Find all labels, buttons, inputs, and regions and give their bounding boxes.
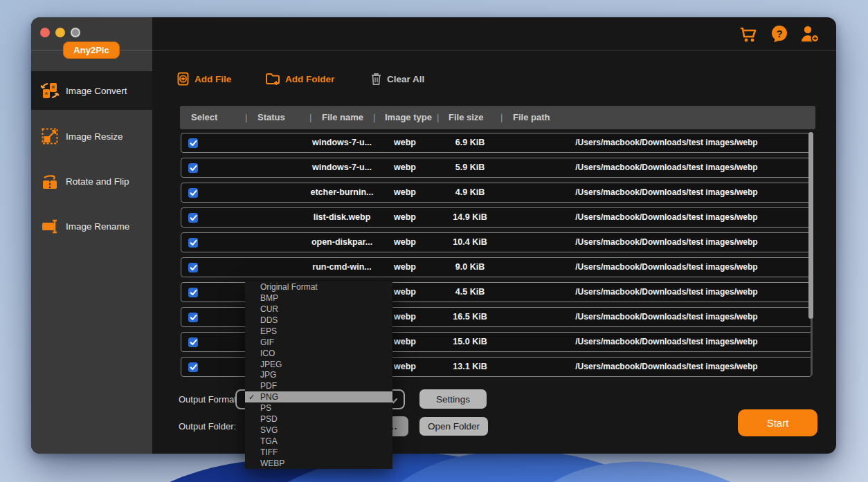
dropdown-item-tiff[interactable]: TIFF (245, 447, 392, 458)
checkbox-check-icon (190, 189, 197, 196)
sidebar-item-label: Image Rename (66, 221, 129, 232)
table-row[interactable]: list-disk.webp webp 14.9 KiB /Users/macb… (181, 207, 812, 228)
row-checkbox[interactable] (188, 313, 198, 322)
dropdown-item-label: ICO (260, 349, 275, 358)
svg-text:A: A (45, 91, 48, 95)
start-button[interactable]: Start (738, 409, 817, 436)
column-separator: | (500, 106, 503, 129)
dropdown-item-original-format[interactable]: Original Format (245, 281, 392, 293)
image-type-cell: webp (381, 133, 429, 152)
file-path-cell: /Users/macbook/Downloads/test images/web… (552, 308, 781, 326)
column-file-name: File name (322, 106, 363, 129)
dropdown-item-cur[interactable]: CUR (245, 304, 392, 315)
clear-all-label: Clear All (387, 74, 424, 84)
dropdown-item-jpeg[interactable]: JPEG (245, 359, 392, 370)
dropdown-item-label: TIFF (260, 447, 278, 457)
file-size-cell: 4.5 KiB (442, 283, 498, 302)
sidebar-item-image-rename[interactable]: Image Rename (31, 207, 152, 245)
image-type-cell: webp (381, 258, 429, 277)
dropdown-item-eps[interactable]: EPS (245, 326, 392, 337)
dropdown-item-label: GIF (260, 337, 274, 347)
file-name-cell: windows-7-u... (290, 158, 394, 177)
table-row[interactable]: windows-7-u... webp 6.9 KiB /Users/macbo… (181, 133, 812, 153)
table-row[interactable]: open-diskpar... webp 10.4 KiB /Users/mac… (181, 232, 812, 252)
row-checkbox[interactable] (188, 213, 198, 223)
desktop: Any2Pic R A Image Convert Image (0, 0, 868, 482)
dropdown-item-label: CUR (260, 304, 278, 314)
row-checkbox[interactable] (188, 263, 198, 272)
dropdown-item-label: DDS (260, 315, 278, 325)
window-controls (40, 28, 80, 37)
dropdown-item-psd[interactable]: PSD (245, 414, 392, 425)
dropdown-item-label: TGA (260, 436, 278, 446)
dropdown-item-gif[interactable]: GIF (245, 337, 392, 348)
app-logo: Any2Pic (63, 41, 120, 59)
dropdown-item-tga[interactable]: TGA (245, 436, 392, 447)
row-checkbox[interactable] (188, 138, 198, 148)
checkbox-check-icon (190, 314, 197, 321)
dropdown-item-jpg[interactable]: JPG (245, 370, 392, 381)
row-checkbox[interactable] (188, 288, 198, 297)
row-checkbox[interactable] (188, 163, 198, 173)
clear-all-button[interactable]: Clear All (370, 71, 424, 86)
dropdown-item-png[interactable]: ✓PNG (245, 391, 392, 402)
table-row[interactable]: windows-7-u... webp 5.9 KiB /Users/macbo… (181, 158, 812, 178)
image-type-cell: webp (381, 158, 429, 177)
dropdown-item-label: PSD (260, 414, 278, 424)
sidebar-item-rotate-and-flip[interactable]: Rotate and Flip (31, 162, 152, 201)
zoom-traffic-icon[interactable] (71, 28, 80, 37)
format-dropdown-menu: Original FormatBMPCURDDSEPSGIFICOJPEGJPG… (245, 281, 392, 469)
settings-button[interactable]: Settings (419, 389, 487, 409)
sidebar-item-image-resize[interactable]: Image Resize (31, 117, 152, 156)
file-path-cell: /Users/macbook/Downloads/test images/web… (552, 233, 781, 252)
add-user-icon[interactable] (799, 24, 820, 44)
help-icon[interactable]: ? (770, 24, 789, 44)
row-checkbox[interactable] (188, 188, 198, 198)
open-folder-button[interactable]: Open Folder (419, 417, 488, 436)
table-row[interactable]: run-cmd-win... webp 9.0 KiB /Users/macbo… (181, 257, 812, 277)
row-checkbox[interactable] (188, 238, 198, 248)
table-row[interactable]: etcher-burnin... webp 4.9 KiB /Users/mac… (181, 183, 812, 203)
row-checkbox[interactable] (188, 337, 198, 347)
column-select: Select (191, 106, 217, 129)
file-path-cell: /Users/macbook/Downloads/test images/web… (552, 208, 781, 227)
sidebar-item-image-convert[interactable]: R A Image Convert (31, 71, 152, 110)
dropdown-item-label: JPG (260, 370, 276, 380)
column-separator: | (373, 106, 375, 129)
dropdown-item-svg[interactable]: SVG (245, 425, 392, 436)
rotate-flip-icon (40, 172, 60, 191)
sidebar-item-label: Image Convert (66, 86, 127, 96)
checkbox-check-icon (190, 339, 197, 346)
cart-icon[interactable] (739, 24, 758, 44)
column-separator: | (437, 106, 439, 129)
dropdown-item-label: PS (260, 403, 271, 413)
dropdown-item-label: Original Format (260, 282, 318, 292)
dropdown-item-label: PDF (260, 381, 277, 391)
column-file-path: File path (513, 106, 550, 129)
dropdown-item-pdf[interactable]: PDF (245, 380, 392, 391)
dropdown-item-ico[interactable]: ICO (245, 348, 392, 359)
titlebar-divider (31, 50, 836, 50)
file-path-cell: /Users/macbook/Downloads/test images/web… (552, 283, 781, 302)
file-path-cell: /Users/macbook/Downloads/test images/web… (552, 183, 781, 202)
file-size-cell: 16.5 KiB (442, 308, 498, 326)
dropdown-item-dds[interactable]: DDS (245, 315, 392, 326)
dropdown-item-webp[interactable]: WEBP (245, 458, 392, 469)
file-size-cell: 5.9 KiB (442, 158, 498, 177)
add-file-button[interactable]: Add File (177, 71, 231, 86)
dropdown-item-ps[interactable]: PS (245, 402, 392, 414)
dropdown-item-label: WEBP (260, 458, 284, 468)
dropdown-item-bmp[interactable]: BMP (245, 293, 392, 304)
image-type-cell: webp (381, 183, 429, 202)
checkbox-check-icon (190, 239, 197, 246)
add-folder-button[interactable]: Add Folder (265, 71, 334, 86)
file-size-cell: 13.1 KiB (442, 358, 498, 376)
add-file-label: Add File (195, 74, 231, 84)
rename-icon (40, 216, 60, 236)
file-path-cell: /Users/macbook/Downloads/test images/web… (552, 358, 781, 376)
minimize-traffic-icon[interactable] (55, 28, 65, 37)
checkbox-check-icon (190, 289, 197, 296)
close-traffic-icon[interactable] (40, 28, 50, 37)
scrollbar-thumb[interactable] (808, 132, 813, 319)
row-checkbox[interactable] (188, 362, 198, 372)
